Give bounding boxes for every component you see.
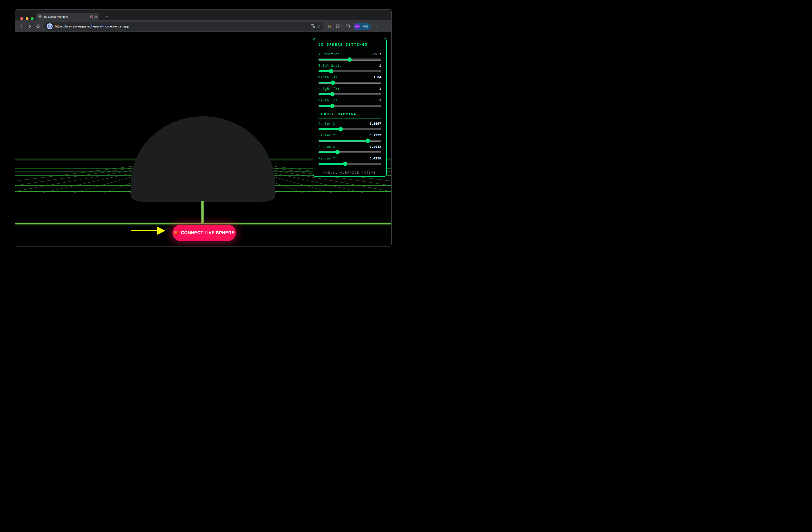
slider-row: Radius X 0.2942 bbox=[318, 145, 381, 153]
slider-fill bbox=[319, 140, 368, 142]
slider-value: -25.7 bbox=[371, 52, 381, 56]
slider-label: Width (X) bbox=[318, 75, 337, 79]
slider-label: Y Position bbox=[318, 52, 339, 56]
slider-value: 1 bbox=[379, 87, 381, 91]
tab-gallery-icon[interactable] bbox=[328, 25, 332, 28]
slider-label: Radius Y bbox=[318, 157, 335, 160]
tab-title: 3D Digital Window bbox=[44, 15, 89, 18]
slider-label: Radius X bbox=[318, 145, 335, 149]
slider-track[interactable] bbox=[318, 151, 381, 153]
maximize-window-button[interactable] bbox=[31, 17, 34, 20]
slider-thumb[interactable] bbox=[343, 162, 347, 166]
sphere-settings-panel: 3D SPHERE SETTINGS Y Position -25.7 Tota… bbox=[313, 38, 387, 177]
slider-label: Total Scale bbox=[318, 64, 342, 68]
sphere-support-column bbox=[201, 201, 204, 224]
slider-track[interactable] bbox=[318, 128, 381, 130]
reload-button[interactable] bbox=[34, 23, 42, 30]
slider-track[interactable] bbox=[318, 93, 381, 95]
toolbar-separator bbox=[343, 24, 343, 29]
slider-label: Center Y bbox=[318, 133, 335, 137]
slider-fill bbox=[319, 152, 337, 153]
slider-value: 1 bbox=[379, 98, 381, 102]
slider-value: 0.2942 bbox=[369, 145, 381, 149]
slider-track[interactable] bbox=[318, 105, 381, 107]
connect-live-sphere-button[interactable]: CONNECT LIVE SPHERE bbox=[172, 225, 236, 241]
slider-track[interactable] bbox=[318, 59, 381, 61]
slider-value: 1.04 bbox=[373, 75, 381, 79]
slider-row: Center X 0.3567 bbox=[318, 122, 381, 130]
profile-workspace-label: 직장 bbox=[362, 24, 368, 29]
page-content: CONNECT LIVE SPHERE 3D SPHERE SETTINGS Y… bbox=[15, 32, 391, 247]
tab-strip: 3D Digital Window × + bbox=[15, 9, 391, 20]
connect-button-label: CONNECT LIVE SPHERE bbox=[181, 230, 235, 235]
new-tab-button[interactable]: + bbox=[103, 13, 111, 20]
browser-toolbar: https://live-las-vegas-sphere-at-home.ve… bbox=[15, 20, 391, 32]
slider-fill bbox=[319, 128, 341, 130]
slider-track[interactable] bbox=[318, 140, 381, 142]
slider-label: Depth (Z) bbox=[318, 99, 337, 102]
slider-row: Y Position -25.7 bbox=[318, 52, 381, 61]
slider-row: Height (Y) 1 bbox=[318, 87, 381, 95]
back-button[interactable] bbox=[18, 23, 25, 30]
slider-value: 0.4236 bbox=[369, 156, 381, 160]
close-window-button[interactable] bbox=[20, 17, 23, 20]
globe-favicon-icon bbox=[38, 15, 42, 18]
window-controls bbox=[20, 17, 34, 20]
slider-row: Width (X) 1.04 bbox=[318, 75, 381, 84]
bookmark-star-icon[interactable]: ☆ bbox=[317, 24, 321, 29]
slider-row: Depth (Z) 1 bbox=[318, 98, 381, 107]
desktop-background: 3D Digital Window × + https://live-las-v… bbox=[0, 0, 406, 266]
toolbar-extensions-area: 태영 직장 ⋮ bbox=[328, 23, 379, 30]
slider-value: 1 bbox=[379, 64, 381, 68]
slider-label: Height (Y) bbox=[318, 87, 339, 91]
slider-label: Center X bbox=[318, 122, 335, 126]
media-playlist-icon[interactable] bbox=[346, 24, 351, 29]
tab-close-icon[interactable]: × bbox=[95, 15, 97, 18]
panel-section-title: SOURCE MAPPING bbox=[318, 112, 381, 119]
slider-thumb[interactable] bbox=[366, 139, 370, 143]
slider-thumb[interactable] bbox=[330, 92, 334, 97]
profile-avatar: 태영 bbox=[354, 24, 360, 29]
browser-window: 3D Digital Window × + https://live-las-v… bbox=[15, 9, 392, 247]
slider-row: Radius Y 0.4236 bbox=[318, 156, 381, 165]
forward-button[interactable] bbox=[26, 23, 33, 30]
slider-track[interactable] bbox=[318, 82, 381, 84]
slider-thumb[interactable] bbox=[347, 58, 352, 62]
slider-row: Total Scale 1 bbox=[318, 64, 381, 72]
slider-value: 0.7932 bbox=[369, 133, 381, 137]
url-text[interactable]: https://live-las-vegas-sphere-at-home.ve… bbox=[55, 24, 308, 28]
tab-recording-indicator-icon bbox=[90, 15, 93, 18]
panel-section-title: 3D SPHERE SETTINGS bbox=[318, 42, 381, 49]
slider-track[interactable] bbox=[318, 163, 381, 165]
slider-thumb[interactable] bbox=[331, 81, 335, 85]
slider-fill bbox=[319, 59, 350, 60]
browser-tab[interactable]: 3D Digital Window × bbox=[36, 13, 99, 20]
profile-chip[interactable]: 태영 직장 bbox=[354, 23, 371, 30]
record-dot-icon bbox=[174, 231, 179, 235]
tab-capture-camera-icon[interactable] bbox=[47, 23, 53, 29]
manual-override-status: MANUAL OVERRIDE ACTIVE bbox=[318, 171, 381, 174]
slider-thumb[interactable] bbox=[335, 150, 339, 155]
extensions-puzzle-icon[interactable] bbox=[335, 24, 339, 29]
slider-value: 0.3567 bbox=[369, 122, 381, 126]
slider-fill bbox=[319, 163, 345, 164]
slider-row: Center Y 0.7932 bbox=[318, 133, 381, 142]
browser-menu-icon[interactable]: ⋮ bbox=[375, 24, 379, 29]
address-bar[interactable]: https://live-las-vegas-sphere-at-home.ve… bbox=[44, 22, 324, 31]
slider-thumb[interactable] bbox=[330, 104, 334, 108]
minimize-window-button[interactable] bbox=[26, 17, 28, 20]
slider-track[interactable] bbox=[318, 70, 381, 72]
slider-thumb[interactable] bbox=[329, 69, 333, 73]
translate-icon[interactable]: G bbox=[311, 24, 315, 29]
slider-thumb[interactable] bbox=[339, 127, 343, 131]
